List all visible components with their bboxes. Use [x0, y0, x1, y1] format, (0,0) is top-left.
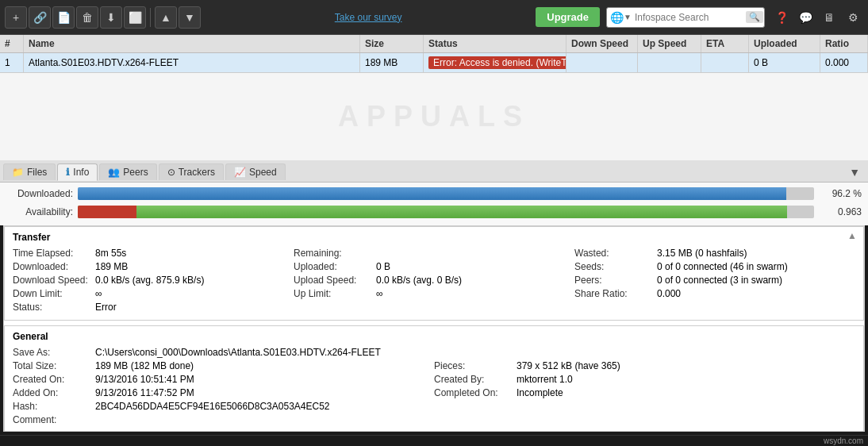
col-ratio: Ratio — [820, 35, 868, 52]
tab-speed-label: Speed — [249, 167, 277, 178]
down-button[interactable]: ▼ — [179, 6, 201, 29]
dl-speed-key: Download Speed: — [13, 275, 92, 286]
browser-icon: 🌐 — [610, 11, 624, 24]
total-size-pair: Total Size: 189 MB (182 MB done) — [13, 360, 434, 371]
col-size: Size — [360, 35, 424, 52]
pieces-key: Pieces: — [434, 360, 513, 371]
add-file-button[interactable]: 📄 — [52, 6, 75, 29]
upgrade-button[interactable]: Upgrade — [536, 7, 600, 27]
up-limit-key: Up Limit: — [294, 288, 373, 299]
general-two-col: Total Size: 189 MB (182 MB done) Created… — [13, 360, 855, 428]
up-button[interactable]: ▲ — [155, 6, 177, 29]
footer-bar: wsydn.com — [0, 435, 868, 446]
add-button[interactable]: + — [5, 6, 27, 29]
info-panel: ▲ Transfer Time Elapsed: 8m 55s Download… — [3, 225, 865, 432]
table-row[interactable]: 1 Atlanta.S01E03.HDTV.x264-FLEET 189 MB … — [0, 53, 868, 73]
tab-info[interactable]: ℹ Info — [57, 163, 98, 181]
ul-speed-val: 0.0 kB/s (avg. 0 B/s) — [376, 275, 462, 286]
tab-peers[interactable]: 👥 Peers — [99, 163, 156, 180]
uploaded-key: Uploaded: — [294, 261, 373, 272]
seeds-key: Seeds: — [574, 261, 654, 272]
down-limit-val: ∞ — [95, 288, 102, 299]
hash-key: Hash: — [13, 401, 92, 412]
wasted-val: 3.15 MB (0 hashfails) — [657, 248, 747, 259]
table-header: # Name Size Status Down Speed Up Speed E… — [0, 35, 868, 53]
dl-speed-val: 0.0 kB/s (avg. 875.9 kB/s) — [95, 275, 204, 286]
separator — [150, 8, 151, 27]
torrent-section: # Name Size Status Down Speed Up Speed E… — [0, 35, 868, 160]
general-col-left: Total Size: 189 MB (182 MB done) Created… — [13, 360, 434, 428]
ul-speed-key: Upload Speed: — [294, 275, 373, 286]
chat-icon[interactable]: 💬 — [795, 7, 816, 28]
footer-text: wsydn.com — [824, 436, 863, 445]
stop-button[interactable]: ⬜ — [124, 6, 146, 29]
dl-speed-pair: Download Speed: 0.0 kB/s (avg. 875.9 kB/… — [13, 275, 294, 286]
tab-speed[interactable]: 📈 Speed — [225, 163, 286, 180]
watermark: APPUALS — [338, 100, 530, 133]
comment-key: Comment: — [13, 414, 92, 425]
created-by-pair: Created By: mktorrent 1.0 — [434, 374, 855, 385]
general-title: General — [13, 331, 855, 342]
tab-files[interactable]: 📁 Files — [3, 163, 56, 180]
transfer-section: ▲ Transfer Time Elapsed: 8m 55s Download… — [4, 226, 864, 321]
settings-icon[interactable]: ⚙ — [843, 7, 863, 28]
bottom-section: 📁 Files ℹ Info 👥 Peers ⊙ Trackers 📈 Spee… — [0, 160, 868, 435]
download-button[interactable]: ⬇ — [100, 6, 122, 29]
added-on-pair: Added On: 9/13/2016 11:47:52 PM — [13, 387, 434, 398]
col-uploaded: Uploaded — [749, 35, 820, 52]
col-down-speed: Down Speed — [567, 35, 638, 52]
cell-name: Atlanta.S01E03.HDTV.x264-FLEET — [24, 53, 360, 72]
col-num: # — [0, 35, 24, 52]
up-limit-val: ∞ — [376, 288, 383, 299]
tabs-expand-button[interactable]: ▼ — [844, 164, 865, 180]
availability-bar-red — [78, 206, 136, 218]
cell-ratio: 0.000 — [820, 53, 868, 72]
time-elapsed-val: 8m 55s — [95, 248, 126, 259]
monitor-icon[interactable]: 🖥 — [819, 7, 839, 28]
col-up-speed: Up Speed — [638, 35, 701, 52]
downloaded-bar — [78, 187, 814, 200]
status-val: Error — [95, 302, 117, 313]
remaining-key: Remaining: — [294, 248, 373, 259]
save-as-val: C:\Users\consi_000\Downloads\Atlanta.S01… — [95, 347, 381, 358]
seeds-pair: Seeds: 0 of 0 connected (46 in swarm) — [574, 261, 855, 272]
up-limit-pair: Up Limit: ∞ — [294, 288, 574, 299]
completed-on-pair: Completed On: Incomplete — [434, 387, 855, 398]
transfer-title: Transfer — [13, 232, 855, 243]
dropdown-icon[interactable]: ▼ — [624, 13, 632, 21]
search-container: 🌐 ▼ 🔍 — [606, 7, 765, 28]
tab-trackers[interactable]: ⊙ Trackers — [159, 163, 224, 180]
search-input[interactable] — [635, 12, 746, 23]
add-link-button[interactable]: 🔗 — [29, 6, 51, 29]
wasted-key: Wasted: — [574, 248, 654, 259]
peers-key: Peers: — [574, 275, 654, 286]
down-limit-key: Down Limit: — [13, 288, 92, 299]
downloaded-bar-fill — [78, 187, 786, 200]
survey-link[interactable]: Take our survey — [202, 12, 534, 23]
search-button[interactable]: 🔍 — [746, 11, 763, 23]
created-by-val: mktorrent 1.0 — [517, 374, 573, 385]
created-on-val: 9/13/2016 10:51:41 PM — [95, 374, 194, 385]
cell-uploaded: 0 B — [749, 53, 820, 72]
help-icon[interactable]: ❓ — [771, 7, 792, 28]
status-key: Status: — [13, 302, 92, 313]
tab-trackers-label: Trackers — [179, 167, 215, 178]
time-elapsed-key: Time Elapsed: — [13, 248, 92, 259]
hash-val: 2BC4DA56DDA4E5CF94E16E5066D8C3A053A4EC52 — [95, 401, 330, 412]
col-status: Status — [424, 35, 567, 52]
col-eta: ETA — [701, 35, 749, 52]
downloaded-label: Downloaded: — [6, 188, 78, 199]
transfer-scroll-handle[interactable]: ▲ — [847, 230, 857, 241]
created-on-key: Created On: — [13, 374, 92, 385]
downloaded-val: 189 MB — [95, 261, 128, 272]
transfer-grid: Time Elapsed: 8m 55s Downloaded: 189 MB … — [13, 248, 855, 315]
peers-icon: 👥 — [108, 167, 120, 178]
created-on-pair: Created On: 9/13/2016 10:51:41 PM — [13, 374, 434, 385]
files-icon: 📁 — [12, 167, 24, 178]
transfer-col-mid: Remaining: Uploaded: 0 B Upload Speed: 0… — [294, 248, 574, 315]
pieces-val: 379 x 512 kB (have 365) — [517, 360, 620, 371]
general-section: General Save As: C:\Users\consi_000\Down… — [4, 325, 864, 432]
remove-button[interactable]: 🗑 — [76, 6, 98, 29]
comment-pair: Comment: — [13, 414, 434, 425]
tab-info-label: Info — [73, 167, 89, 178]
